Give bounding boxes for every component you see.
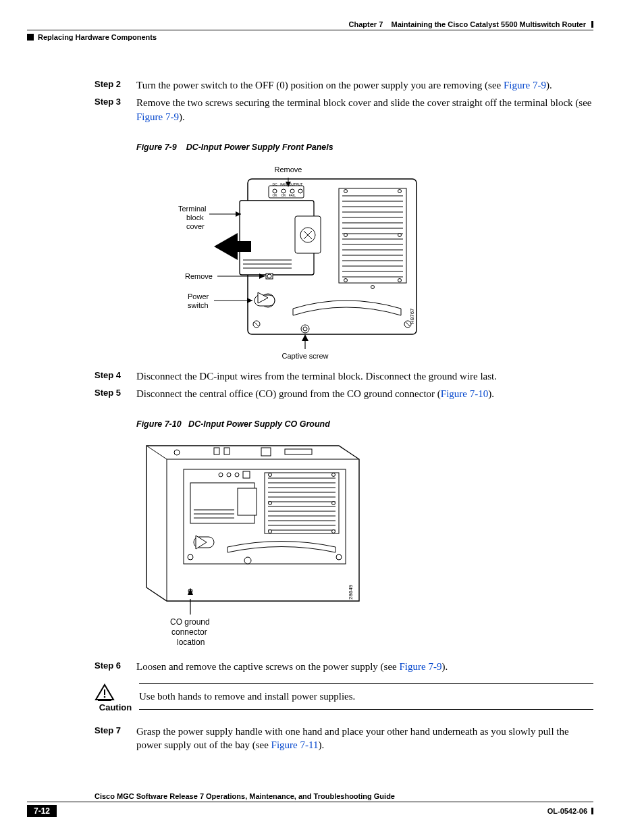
step-text: Loosen and remove the captive screws on … [136, 660, 593, 673]
step-text: Turn the power switch to the OFF (0) pos… [136, 78, 593, 92]
svg-point-96 [269, 530, 272, 533]
step-text: Remove the two screws securing the termi… [136, 96, 593, 124]
svg-text:FAN: FAN [280, 182, 287, 186]
svg-marker-4 [302, 334, 308, 341]
running-header: Chapter 7 Maintaining the Cisco Catalyst… [27, 20, 593, 28]
step-row: Step 3 Remove the two screws securing th… [95, 96, 593, 124]
figure-id: H8767 [409, 308, 415, 324]
svg-point-28 [344, 233, 348, 236]
step-label: Step 2 [95, 78, 136, 92]
page-footer: Cisco MGC Software Release 7 Operations,… [27, 792, 593, 817]
step-label: Step 7 [95, 725, 136, 752]
label-terminal2: block [186, 213, 204, 221]
step-row: Step 5 Disconnect the central office (CO… [95, 387, 593, 400]
svg-rect-78 [243, 471, 250, 478]
label-captive: Captive screw [281, 352, 328, 360]
step-label: Step 5 [95, 387, 136, 400]
label-co1: CO ground [170, 617, 210, 627]
svg-point-66 [174, 450, 180, 455]
label-co2: connector [171, 627, 207, 637]
svg-rect-69 [261, 448, 271, 456]
footer-guide-title: Cisco MGC Software Release 7 Operations,… [95, 792, 593, 800]
figure-7-9: Remove Terminal block cover Remove Power… [136, 159, 593, 361]
step-row: Step 2 Turn the power switch to the OFF … [95, 78, 593, 92]
section-name: Replacing Hardware Components [38, 33, 157, 41]
svg-point-105 [244, 557, 251, 564]
figure-7-10: CO ground connector location 28649 [136, 436, 593, 652]
step-row: Step 4 Disconnect the DC-input wires fro… [95, 369, 593, 383]
svg-point-93 [332, 473, 336, 477]
figure-caption: Figure 7-10 DC-Input Power Supply CO Gro… [136, 419, 593, 429]
figure-link[interactable]: Figure 7-9 [136, 111, 179, 122]
step-label: Step 6 [95, 660, 136, 673]
step-text: Disconnect the DC-input wires from the t… [136, 369, 593, 383]
page: Chapter 7 Maintaining the Cisco Catalyst… [0, 0, 644, 831]
label-power2: switch [188, 301, 209, 309]
label-co3: location [177, 637, 205, 647]
main-content: Step 2 Turn the power switch to the OFF … [95, 78, 593, 752]
label-terminal1: Terminal [178, 205, 207, 213]
svg-point-94 [269, 502, 272, 505]
step-row: Step 7 Grasp the power supply handle wit… [95, 725, 593, 752]
label-terminal3: cover [186, 222, 205, 230]
svg-text:OUTPUT: OUTPUT [289, 182, 303, 186]
svg-rect-68 [224, 448, 230, 454]
svg-point-32 [371, 285, 375, 288]
svg-text:OK: OK [272, 193, 277, 197]
chapter-title: Maintaining the Cisco Catalyst 5500 Mult… [392, 20, 587, 28]
svg-point-92 [269, 473, 272, 477]
step-text: Disconnect the central office (CO) groun… [136, 387, 593, 400]
svg-point-75 [219, 473, 223, 477]
svg-point-37 [298, 189, 302, 193]
chapter-prefix: Chapter 7 [349, 20, 383, 28]
figure-link[interactable]: Figure 7-10 [441, 388, 488, 399]
label-power1: Power [188, 292, 209, 301]
figure-caption: Figure 7-9 DC-Input Power Supply Front P… [136, 142, 593, 152]
svg-text:OK: OK [281, 193, 286, 197]
svg-point-76 [227, 473, 231, 477]
svg-point-97 [332, 530, 336, 533]
svg-point-77 [235, 473, 239, 477]
caution-icon [95, 683, 115, 701]
step-text: Grasp the power supply handle with one h… [136, 725, 593, 752]
svg-point-27 [398, 189, 402, 192]
label-remove-side: Remove [185, 272, 213, 280]
svg-point-73 [336, 554, 342, 560]
label-remove-top: Remove [275, 165, 302, 174]
figure-id: 28649 [348, 584, 354, 600]
svg-rect-70 [285, 449, 312, 454]
svg-point-95 [332, 502, 336, 505]
page-number-badge: 7-12 [27, 805, 57, 817]
svg-rect-99 [238, 488, 257, 515]
svg-point-29 [398, 233, 402, 236]
svg-text:DC: DC [272, 182, 277, 186]
header-rule [27, 30, 593, 30]
figure-link[interactable]: Figure 7-11 [271, 739, 319, 750]
caution-label: Caution [95, 702, 136, 712]
figure-link[interactable]: Figure 7-9 [504, 80, 546, 90]
caution-block: Caution Use both hands to remove and ins… [95, 683, 593, 712]
svg-point-31 [398, 278, 402, 282]
figure-link[interactable]: Figure 7-9 [399, 661, 441, 672]
step-label: Step 4 [95, 369, 136, 383]
svg-point-30 [344, 278, 348, 282]
doc-id: OL-0542-06 [547, 807, 587, 815]
header-bar-icon [591, 21, 593, 28]
svg-point-26 [344, 189, 348, 192]
footer-bar-icon [591, 808, 593, 814]
section-marker-icon [27, 34, 34, 41]
svg-point-2 [303, 327, 307, 331]
svg-rect-67 [214, 448, 219, 454]
step-label: Step 3 [95, 96, 136, 124]
caution-text: Use both hands to remove and install pow… [139, 683, 593, 710]
step-row: Step 6 Loosen and remove the captive scr… [95, 660, 593, 673]
svg-point-47 [267, 274, 271, 278]
svg-text:FAIL: FAIL [289, 193, 296, 197]
svg-point-72 [188, 554, 193, 560]
svg-point-111 [104, 696, 106, 698]
